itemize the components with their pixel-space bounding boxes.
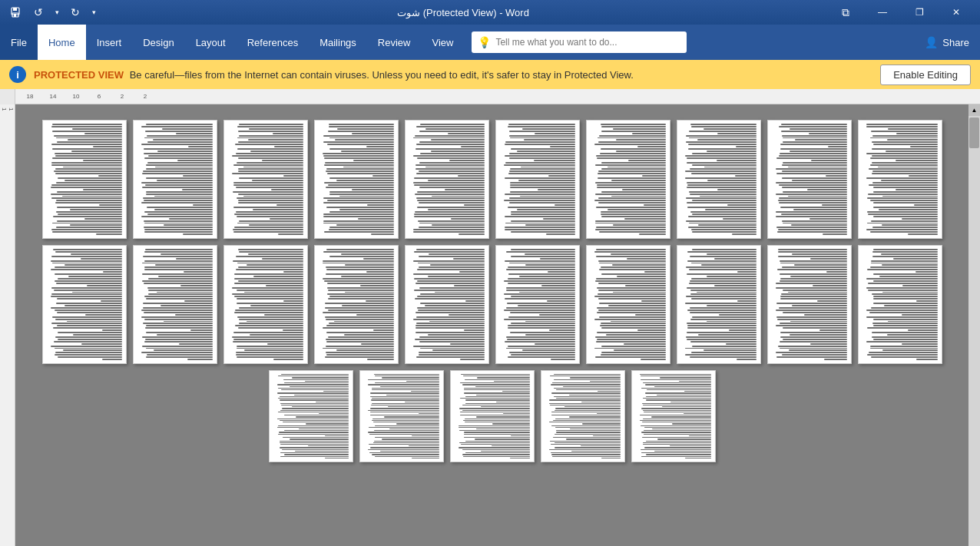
page-thumbnail[interactable] [133,120,217,239]
ribbon: File Home Insert Design Layout Reference… [0,25,980,60]
ruler-mark-2b: 2 [134,93,157,100]
page-thumbnail[interactable] [586,120,670,239]
tab-design[interactable]: Design [132,25,184,60]
share-icon: 👤 [925,36,938,48]
tab-layout[interactable]: Layout [185,25,237,60]
ruler-marks: 18 14 10 6 2 2 [18,93,980,100]
page-thumbnail[interactable] [767,120,852,239]
search-input[interactable] [495,37,680,48]
page-thumbnail[interactable] [42,245,127,364]
title-bar-controls: ⧉ — ❐ ✕ [828,0,974,25]
protected-view-message: PROTECTED VIEW Be careful—files from the… [34,69,872,81]
vertical-ruler: 75311357 [0,104,15,546]
horizontal-ruler-row: 18 14 10 6 2 2 [0,89,980,104]
tab-references[interactable]: References [237,25,309,60]
undo-dropdown[interactable]: ▾ [52,3,61,22]
page-thumbnail[interactable] [269,370,353,462]
page-thumbnail[interactable] [541,370,625,462]
tab-view[interactable]: View [421,25,464,60]
page-row-3 [269,370,716,462]
scroll-thumb[interactable] [969,117,979,148]
customize-qat[interactable]: ▾ [89,3,98,22]
svg-rect-1 [13,8,17,11]
page-thumbnail[interactable] [858,245,942,364]
scroll-up-arrow[interactable]: ▲ [968,104,980,116]
document-area[interactable] [15,104,968,546]
close-button[interactable]: ✕ [939,0,974,25]
save-button[interactable] [6,3,25,22]
title-bar-left: ↺ ▾ ↻ ▾ [6,3,98,22]
minimize-button[interactable]: — [865,0,900,25]
svg-rect-3 [14,14,16,17]
page-thumbnail[interactable] [495,245,580,364]
page-thumbnail[interactable] [858,120,942,239]
ruler-mark-6: 6 [88,93,111,100]
page-thumbnail[interactable] [586,245,670,364]
share-button[interactable]: 👤 Share [914,25,980,60]
page-thumbnail[interactable] [405,245,489,364]
main-area: 75311357 ▲ [0,104,980,546]
protected-view-label: PROTECTED VIEW [34,69,124,81]
protected-view-bar: i PROTECTED VIEW Be careful—files from t… [0,60,980,89]
page-thumbnail[interactable] [42,120,127,239]
ribbon-search-area: 💡 [464,25,914,60]
window-title: شوت (Protected View) - Word [98,7,828,18]
page-thumbnail[interactable] [677,245,761,364]
restore-button[interactable]: ❐ [902,0,937,25]
vertical-scrollbar[interactable]: ▲ [968,104,980,546]
tab-home[interactable]: Home [38,25,86,60]
enable-editing-button[interactable]: Enable Editing [880,65,971,85]
page-thumbnail[interactable] [677,120,761,239]
page-thumbnail[interactable] [405,120,489,239]
redo-button[interactable]: ↻ [66,3,84,22]
tab-file[interactable]: File [0,25,38,60]
tab-review[interactable]: Review [367,25,422,60]
page-thumbnail[interactable] [314,245,399,364]
ruler-mark-10: 10 [65,93,88,100]
undo-button[interactable]: ↺ [29,3,48,22]
ruler-mark-2: 2 [111,93,134,100]
page-thumbnail[interactable] [631,370,716,462]
window-options-button[interactable]: ⧉ [828,0,863,25]
page-thumbnail[interactable] [495,120,580,239]
page-row-2 [42,245,942,364]
ruler-mark-18: 18 [18,93,41,100]
tab-mailings[interactable]: Mailings [309,25,367,60]
horizontal-ruler: 18 14 10 6 2 2 [15,89,980,104]
ruler-corner [0,89,15,104]
lightbulb-icon: 💡 [478,36,491,48]
page-thumbnail[interactable] [133,245,217,364]
ruler-mark-14: 14 [41,93,65,100]
page-thumbnail[interactable] [767,245,852,364]
page-thumbnail[interactable] [450,370,535,462]
title-bar: ↺ ▾ ↻ ▾ شوت (Protected View) - Word ⧉ — … [0,0,980,25]
protected-info-icon: i [9,66,26,83]
pages-grid [31,120,953,462]
page-thumbnail[interactable] [223,120,308,239]
tab-insert[interactable]: Insert [86,25,133,60]
page-thumbnail[interactable] [223,245,308,364]
page-thumbnail[interactable] [359,370,444,462]
search-box[interactable]: 💡 [472,31,687,53]
page-thumbnail[interactable] [314,120,399,239]
page-row-1 [42,120,942,239]
